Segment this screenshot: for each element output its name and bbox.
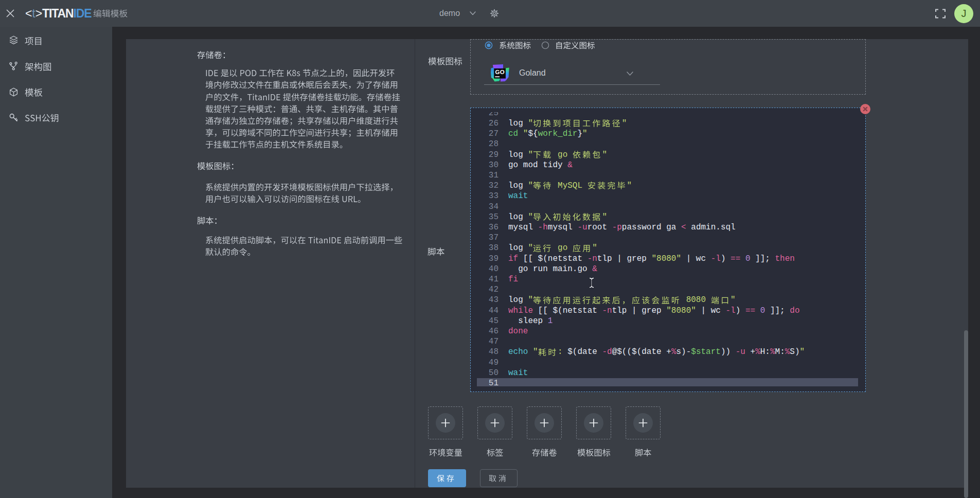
svg-text:GO: GO [495, 69, 505, 75]
